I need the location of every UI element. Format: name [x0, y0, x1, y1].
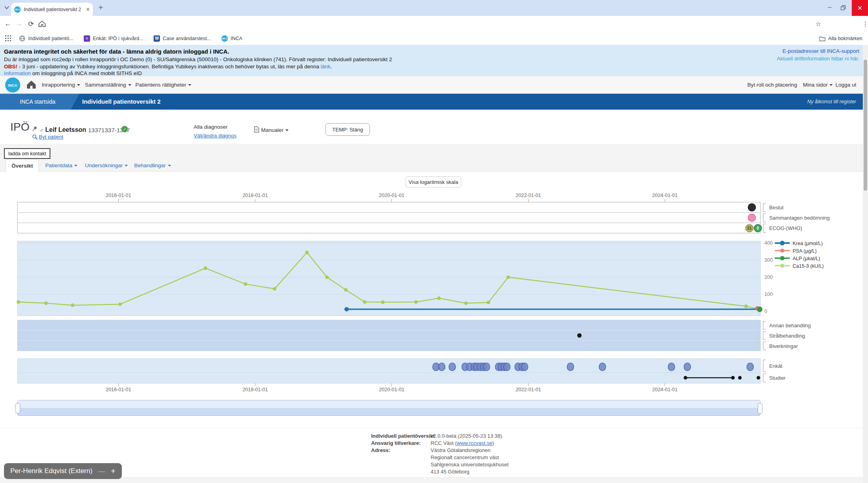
browser-tab[interactable]: INCA Individuell patientoversikt 2 × — [11, 3, 93, 16]
ny-atkomst-link[interactable]: Ny åtkomst till register — [807, 99, 856, 104]
bookmark-item[interactable]: Individuell patientö... — [19, 35, 73, 42]
series-point-0[interactable] — [506, 275, 510, 279]
log-scale-button[interactable]: Visa logaritmisk skala — [406, 176, 461, 187]
scrollbar-thumb[interactable] — [864, 60, 867, 191]
series-point-0[interactable] — [44, 301, 48, 305]
brush-handle-left[interactable] — [15, 403, 20, 413]
treatment-dot[interactable] — [577, 333, 581, 338]
reload-icon[interactable]: ⟳ — [25, 16, 37, 32]
series-point-0[interactable] — [118, 302, 122, 306]
tab-undersokningar[interactable]: Undersökningar — [79, 159, 133, 172]
series-point-0[interactable] — [244, 282, 247, 286]
time-range-brush[interactable] — [17, 400, 760, 416]
series-point-0[interactable] — [71, 303, 74, 307]
series-point-0[interactable] — [744, 305, 748, 308]
footer-address-line: 413 45 Göteborg — [431, 469, 470, 475]
tab-patientdata[interactable]: Patientdata — [40, 159, 83, 172]
tab-close-icon[interactable]: × — [86, 6, 90, 13]
manualer-menu[interactable]: Manualer — [261, 127, 289, 133]
label-bracket — [763, 214, 766, 222]
series-point-0[interactable] — [305, 251, 309, 254]
drift-info-link[interactable]: Aktuell driftinformation hittar ni här. — [777, 56, 859, 62]
footer-address-label: Adress: — [371, 447, 390, 453]
tab-oversikt[interactable]: Översikt — [6, 159, 39, 172]
inca-startsida-link[interactable]: INCA startsida — [0, 94, 79, 110]
bookmark-item[interactable]: INCA INCA — [221, 35, 243, 42]
series-point-1[interactable] — [345, 307, 349, 311]
valj-andra-diagnos-link[interactable]: Välj/ändra diagnos — [194, 133, 237, 139]
bookmark-star-icon[interactable]: ☆ — [813, 16, 824, 32]
forward-icon[interactable]: → — [13, 16, 25, 32]
studier-dot[interactable] — [738, 376, 742, 380]
brush-handle-right[interactable] — [758, 403, 762, 413]
window-restore-button[interactable] — [841, 5, 846, 11]
series-point-0[interactable] — [437, 296, 441, 300]
studier-dot[interactable] — [731, 376, 735, 380]
rccvast-link[interactable]: www.rccvast.se — [457, 440, 493, 446]
support-email-link[interactable]: E-postadresser till INCA-support — [782, 48, 859, 54]
studier-dot[interactable] — [756, 376, 760, 380]
yubikey-link[interactable]: länk — [321, 64, 331, 70]
enkat-dot[interactable] — [483, 363, 490, 371]
series-point-3[interactable] — [757, 307, 762, 312]
series-point-0[interactable] — [17, 300, 20, 304]
window-close-button[interactable]: ✕ — [852, 0, 868, 16]
series-point-0[interactable] — [381, 300, 385, 304]
page-scrollbar[interactable] — [863, 45, 868, 483]
tab-behandlingar[interactable]: Behandlingar — [129, 159, 177, 172]
bookmark-item[interactable]: W Case användarstest... — [154, 35, 211, 42]
menu-kebab-icon[interactable]: ⋮ — [860, 16, 868, 32]
overlay-minimize-icon[interactable]: — — [98, 467, 105, 475]
enkat-dot[interactable] — [449, 363, 456, 371]
globe-icon — [19, 35, 25, 42]
all-bookmarks-button[interactable]: Alla bokmärken — [819, 36, 862, 41]
nav-byt-roll[interactable]: Byt roll och placering — [747, 82, 797, 88]
temp-stang-button[interactable]: TEMP: Stäng — [325, 123, 370, 136]
enkat-dot[interactable] — [567, 363, 574, 371]
gender-male-icon: ♂ — [39, 127, 44, 133]
series-point-0[interactable] — [363, 300, 366, 304]
studier-dot[interactable] — [684, 376, 687, 380]
new-tab-button[interactable]: + — [98, 4, 103, 12]
series-point-0[interactable] — [414, 300, 418, 304]
series-point-0[interactable] — [273, 287, 276, 291]
enkat-dot[interactable] — [684, 363, 691, 371]
obs-text: - 3 juni - uppdatering av Yubikey inlogg… — [17, 64, 321, 70]
series-point-0[interactable] — [325, 275, 329, 279]
pin-icon[interactable] — [32, 126, 37, 132]
nav-inrapportering[interactable]: Inrapportering — [42, 82, 80, 88]
nav-logga-ut[interactable]: Logga ut — [835, 82, 856, 88]
bottom-axis-tick-label: 2016-01-01 — [106, 387, 131, 392]
top-axis-tick-label: 2024-01-01 — [652, 193, 677, 198]
bookmark-label: Individuell patientö... — [28, 36, 73, 41]
enkat-dot[interactable] — [439, 363, 445, 371]
series-point-0[interactable] — [464, 301, 468, 305]
byt-patient-link[interactable]: Byt patient — [39, 134, 63, 140]
series-point-0[interactable] — [344, 288, 348, 292]
ladda-om-kontakt-button[interactable]: ladda om kontakt — [4, 148, 50, 159]
all-bookmarks-label: Alla bokmärken — [828, 36, 862, 41]
series-point-0[interactable] — [487, 301, 490, 304]
enkat-dot[interactable] — [668, 363, 675, 371]
overlay-plus-icon[interactable]: + — [111, 466, 115, 476]
apps-grid-icon[interactable] — [5, 35, 12, 42]
inca-logo[interactable]: INCA — [5, 77, 20, 93]
event-dot-0[interactable] — [748, 204, 756, 211]
event-dot-1[interactable] — [748, 214, 756, 222]
enkat-dot[interactable] — [521, 363, 528, 371]
series-point-0[interactable] — [204, 267, 207, 270]
back-icon[interactable]: ← — [2, 16, 13, 32]
enkat-dot[interactable] — [599, 363, 606, 371]
footer-version: v2.0.0-beta (2025-05-23 13:38) — [431, 433, 502, 439]
window-minimize-button[interactable]: – — [828, 4, 831, 10]
enkat-dot[interactable] — [747, 363, 754, 371]
bookmark-item[interactable]: ≡ Enkät: IPÖ i sjukvård... — [84, 35, 143, 42]
banner-obs-line: OBS! - 3 juni - uppdatering av Yubikey i… — [4, 64, 332, 70]
nav-mina-sidor[interactable]: Mina sidor — [803, 82, 833, 88]
nav-patientens-rattigheter[interactable]: Patientens rättigheter — [135, 82, 191, 88]
nav-sammanstallning[interactable]: Sammanställning — [85, 82, 131, 88]
nav-home-icon[interactable] — [26, 80, 37, 89]
information-link[interactable]: Information — [4, 70, 31, 76]
enkat-dot[interactable] — [504, 363, 510, 371]
tab-search-chevron-icon[interactable] — [4, 6, 10, 10]
